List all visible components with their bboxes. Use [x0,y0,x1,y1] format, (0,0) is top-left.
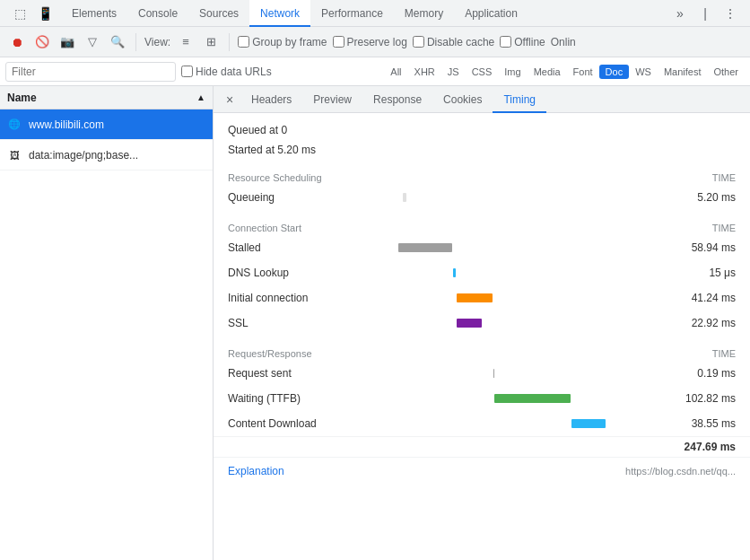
row-value: 58.94 ms [664,241,736,254]
clear-button[interactable]: 🚫 [32,32,52,52]
filter-font[interactable]: Font [567,65,599,79]
timing-row-waiting: Waiting (TTFB) 102.82 ms [214,386,750,411]
more-tabs-icon[interactable]: » [669,3,691,24]
main-area: Name ▲ 🌐 www.bilibili.com 🖼 data:image/p… [0,86,750,560]
tab-memory[interactable]: Memory [394,0,454,27]
filter-other[interactable]: Other [707,65,745,79]
disable-cache-label[interactable]: Disable cache [427,36,494,48]
detail-panel: × Headers Preview Response Cookies Timin… [214,86,750,560]
explanation-link[interactable]: Explanation [228,465,284,477]
filter-xhr[interactable]: XHR [408,65,441,79]
filter-doc[interactable]: Doc [599,65,630,79]
search-button[interactable]: 🔍 [108,32,127,52]
filter-input[interactable] [5,62,176,82]
filter-ws[interactable]: WS [629,65,658,79]
timing-bar [457,293,493,302]
filter-icon-button[interactable]: ▽ [83,32,102,52]
tab-headers[interactable]: Headers [240,86,302,113]
record-button[interactable]: ⏺ [7,32,27,52]
hide-data-urls-label[interactable]: Hide data URLs [196,66,272,78]
tab-cookies[interactable]: Cookies [432,86,493,113]
section-time-header: TIME [712,223,736,233]
tab-console[interactable]: Console [127,0,188,27]
tab-preview[interactable]: Preview [302,86,362,113]
tab-performance[interactable]: Performance [310,0,394,27]
bar-area [371,418,664,429]
timing-total-row: 247.69 ms [214,436,750,457]
timing-row-stalled: Stalled 58.94 ms [214,235,750,260]
bar-area [371,318,664,328]
hide-data-urls-checkbox[interactable] [181,66,193,77]
row-label: DNS Lookup [228,267,371,279]
filter-img[interactable]: Img [498,65,527,79]
resource-scheduling-section: Resource Scheduling TIME Queueing 5.20 m… [214,171,750,210]
list-item[interactable]: 🖼 data:image/png;base... [0,140,213,171]
row-value: 41.24 ms [664,292,736,304]
row-value: 38.55 ms [664,417,736,430]
close-button[interactable]: × [219,89,240,110]
offline-group: Offline [500,36,545,48]
network-list: 🌐 www.bilibili.com 🖼 data:image/png;base… [0,109,213,560]
online-label: Onlin [551,36,576,48]
timing-row-content-download: Content Download 38.55 ms [214,411,750,436]
top-tab-bar: ⬚ 📱 Elements Console Sources Network Per… [0,0,750,27]
row-value: 5.20 ms [664,191,736,204]
view-columns-button[interactable]: ⊞ [201,32,221,52]
timing-bar [398,243,452,252]
section-label: Request/Response [228,348,312,359]
row-value: 22.92 ms [664,317,736,329]
timing-total-value: 247.69 ms [685,441,736,453]
timing-row-request-sent: Request sent 0.19 ms [214,361,750,386]
bar-area [371,293,664,303]
network-list-panel: Name ▲ 🌐 www.bilibili.com 🖼 data:image/p… [0,86,214,560]
filter-js[interactable]: JS [441,65,466,79]
timing-bar [571,419,606,428]
connection-start-section: Connection Start TIME Stalled 58.94 ms D… [214,221,750,336]
tab-application[interactable]: Application [454,0,528,27]
disable-cache-checkbox[interactable] [413,36,424,48]
view-list-button[interactable]: ≡ [176,32,196,52]
row-label: Queueing [228,191,371,204]
tab-timing[interactable]: Timing [493,86,546,113]
toolbar-separator-1 [135,33,136,51]
camera-button[interactable]: 📷 [57,32,77,52]
section-header: Request/Response TIME [214,346,750,361]
preserve-log-checkbox[interactable] [333,36,344,48]
group-by-frame-label[interactable]: Group by frame [252,36,327,48]
filter-manifest[interactable]: Manifest [658,65,708,79]
tab-network[interactable]: Network [249,0,310,27]
row-label: Request sent [228,367,371,380]
offline-checkbox[interactable] [500,36,511,48]
device-icon[interactable]: 📱 [34,3,56,24]
preserve-log-group: Preserve log [333,36,407,48]
filter-row: Hide data URLs All XHR JS CSS Img Media … [0,57,750,86]
filter-css[interactable]: CSS [466,65,499,79]
bar-area [371,267,664,278]
explanation-row: Explanation https://blog.csdn.net/qq... [214,457,750,485]
filter-all[interactable]: All [384,65,407,79]
section-time-header: TIME [712,348,736,359]
more-icons: » | ⋮ [664,3,746,24]
group-by-frame-group: Group by frame [238,36,327,48]
row-label: Content Download [228,417,371,430]
group-by-frame-checkbox[interactable] [238,36,249,48]
preserve-log-label[interactable]: Preserve log [347,36,407,48]
row-label: Waiting (TTFB) [228,392,371,405]
row-label: SSL [228,317,371,329]
favicon-icon: 🌐 [7,118,22,132]
timing-bar [453,268,456,277]
offline-label[interactable]: Offline [514,36,545,48]
list-item[interactable]: 🌐 www.bilibili.com [0,109,213,140]
toolbar-separator-2 [229,33,230,51]
started-at-text: Started at 5.20 ms [214,140,750,160]
tab-response[interactable]: Response [362,86,432,113]
tab-sources[interactable]: Sources [188,0,249,27]
status-url: https://blog.csdn.net/qq... [625,466,736,477]
more-menu-icon[interactable]: ⋮ [719,3,741,24]
detail-tabs: × Headers Preview Response Cookies Timin… [214,86,750,113]
item-name: data:image/png;base... [29,149,138,162]
tab-elements[interactable]: Elements [61,0,127,27]
filter-media[interactable]: Media [528,65,567,79]
network-toolbar: ⏺ 🚫 📷 ▽ 🔍 View: ≡ ⊞ Group by frame Prese… [0,27,750,57]
inspect-icon[interactable]: ⬚ [9,3,31,24]
